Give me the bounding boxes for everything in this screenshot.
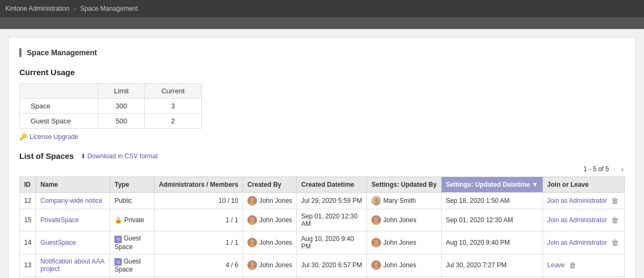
avatar-person xyxy=(371,260,381,270)
breadcrumb-kintone-admin[interactable]: Kintone Administration xyxy=(5,5,69,12)
usage-col-limit: Limit xyxy=(98,84,144,99)
col-header-created-datetime[interactable]: Created Datetime xyxy=(297,177,367,193)
breadcrumb-space-mgmt[interactable]: Space Management xyxy=(80,5,137,12)
svg-point-7 xyxy=(373,221,379,225)
usage-label: Space xyxy=(20,99,98,114)
avatar-person xyxy=(247,238,257,247)
avatar-person xyxy=(371,215,381,225)
usage-col-current: Current xyxy=(144,84,201,99)
avatar-person xyxy=(247,260,257,270)
svg-point-14 xyxy=(374,262,378,266)
delete-space-button[interactable]: 🗑 xyxy=(610,238,620,247)
space-name-link[interactable]: Company-wide notice xyxy=(40,197,102,204)
dark-bar xyxy=(0,17,644,29)
space-action: Join as Administrator 🗑 xyxy=(543,209,624,231)
space-id: 14 xyxy=(20,231,36,254)
usage-current: 2 xyxy=(144,114,201,129)
col-header-created-by[interactable]: Created By xyxy=(243,177,296,193)
space-type: 🔒Private xyxy=(110,209,154,231)
top-nav: Kintone Administration › Space Managemen… xyxy=(0,0,644,17)
avatar-person xyxy=(371,238,381,247)
space-action: Join as Administrator 🗑 xyxy=(543,231,624,254)
space-members: 4 / 6 xyxy=(154,254,243,277)
next-page-button[interactable]: › xyxy=(620,165,625,173)
table-row: 12 Company-wide notice Public 10 / 10 Jo… xyxy=(20,193,625,209)
list-header: List of Spaces ⬇ Download in CSV format xyxy=(19,151,625,160)
col-header-name[interactable]: Name xyxy=(36,177,110,193)
svg-point-10 xyxy=(374,239,378,244)
current-usage-title: Current Usage xyxy=(19,68,625,77)
guest-icon: G xyxy=(114,258,122,266)
space-updated-datetime: Aug 10, 2020 9:40 PM xyxy=(441,231,543,254)
space-name-link[interactable]: PrivateSpace xyxy=(40,216,78,224)
space-id: 13 xyxy=(20,254,36,277)
svg-point-3 xyxy=(374,202,380,206)
prev-page-button[interactable]: ‹ xyxy=(612,165,617,173)
csv-download-link[interactable]: ⬇ Download in CSV format xyxy=(80,152,158,160)
usage-label: Guest Space xyxy=(20,114,98,129)
usage-col-label xyxy=(20,84,98,99)
avatar-person xyxy=(247,196,257,206)
svg-point-0 xyxy=(250,197,254,202)
svg-point-9 xyxy=(249,244,255,247)
download-icon: ⬇ xyxy=(80,152,86,160)
usage-current: 3 xyxy=(144,99,201,114)
space-created-by: John Jones xyxy=(243,254,296,277)
usage-limit: 500 xyxy=(98,114,144,129)
col-header-settings--updated-datetime[interactable]: Settings: Updated Datetime ▼ xyxy=(441,177,543,193)
pagination-text: 1 - 5 of 5 xyxy=(583,165,609,173)
svg-point-5 xyxy=(249,221,255,225)
space-members: 1 / 1 xyxy=(154,231,243,254)
svg-point-6 xyxy=(374,217,378,221)
space-updated-datetime: Sep 01, 2020 12:30 AM xyxy=(441,209,543,231)
space-created-datetime: Jul 29, 2020 5:59 PM xyxy=(297,193,367,209)
space-updated-datetime: Jul 30, 2020 7:27 PM xyxy=(441,254,543,277)
space-created-datetime: Sep 01, 2020 12:30 AM xyxy=(297,209,367,231)
svg-point-2 xyxy=(375,198,379,202)
col-header-administrators---members[interactable]: Administrators / Members xyxy=(154,177,243,193)
spaces-table: IDNameTypeAdministrators / MembersCreate… xyxy=(19,177,625,278)
lock-icon: 🔒 xyxy=(114,216,122,224)
space-members: 10 / 10 xyxy=(154,193,243,209)
space-type: GGuest Space xyxy=(110,231,154,254)
delete-space-button[interactable]: 🗑 xyxy=(610,216,620,224)
page-title: Space Management xyxy=(19,48,625,57)
join-as-admin-link[interactable]: Join as Administrator xyxy=(547,197,607,204)
svg-point-1 xyxy=(249,202,255,206)
col-header-id[interactable]: ID xyxy=(20,177,36,193)
space-type: Public xyxy=(110,193,154,209)
license-upgrade-link[interactable]: 🔑 License Upgrade xyxy=(19,133,625,141)
join-as-admin-link[interactable]: Join as Administrator xyxy=(547,239,607,246)
leave-link[interactable]: Leave xyxy=(547,261,565,269)
space-action: Leave 🗑 xyxy=(543,254,624,277)
join-as-admin-link[interactable]: Join as Administrator xyxy=(547,216,607,224)
space-id: 12 xyxy=(20,193,36,209)
space-name: PrivateSpace xyxy=(36,209,110,231)
usage-limit: 300 xyxy=(98,99,144,114)
breadcrumb-separator: › xyxy=(74,5,76,12)
space-created-by: John Jones xyxy=(243,193,296,209)
col-header-type[interactable]: Type xyxy=(110,177,154,193)
delete-space-button[interactable]: 🗑 xyxy=(568,261,577,269)
svg-point-15 xyxy=(373,266,379,270)
space-members: 1 / 1 xyxy=(154,209,243,231)
space-name-link[interactable]: GuestSpace xyxy=(40,239,76,246)
space-created-datetime: Jul 30, 2020 6:57 PM xyxy=(297,254,367,277)
delete-space-button[interactable]: 🗑 xyxy=(610,196,620,205)
space-name-link[interactable]: Notification about AAA project xyxy=(40,258,104,273)
avatar-person xyxy=(247,215,257,225)
col-header-join-or-leave[interactable]: Join or Leave xyxy=(543,177,624,193)
main-content: Space Management Current Usage Limit Cur… xyxy=(8,37,636,278)
guest-icon: G xyxy=(114,236,122,243)
space-created-datetime: Aug 10, 2020 9:40 PM xyxy=(297,231,367,254)
usage-row: Guest Space 500 2 xyxy=(20,114,202,129)
space-name: GuestSpace xyxy=(36,231,110,254)
col-header-settings--updated-by[interactable]: Settings: Updated By xyxy=(367,177,441,193)
table-row: 14 GuestSpace GGuest Space 1 / 1 John Jo… xyxy=(20,231,625,254)
space-id: 15 xyxy=(20,209,36,231)
svg-point-12 xyxy=(250,262,254,266)
table-row: 15 PrivateSpace 🔒Private 1 / 1 John Jone… xyxy=(20,209,625,231)
avatar-photo xyxy=(371,196,381,206)
svg-point-4 xyxy=(250,217,254,221)
space-action: Join as Administrator 🗑 xyxy=(543,193,624,209)
